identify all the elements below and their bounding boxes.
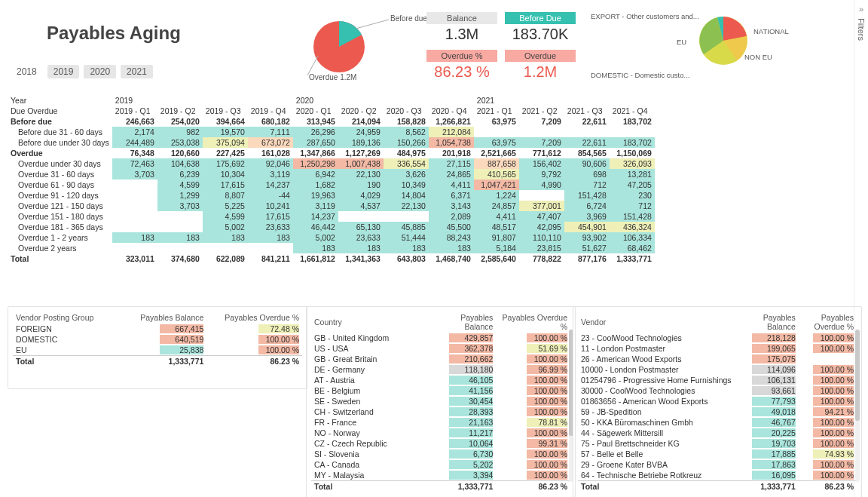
matrix-row-label: Before due	[8, 116, 112, 127]
pct-cell: 51.69 %	[496, 343, 570, 354]
col-quarter[interactable]: 2021 - Q4	[610, 106, 655, 116]
table-row[interactable]: DOMESTIC640,519100.00 %	[13, 334, 302, 345]
year-tab-2021[interactable]: 2021	[121, 65, 153, 78]
table-row[interactable]: 26 - American Wood Exports175,075	[578, 354, 857, 364]
matrix-cell: 254,020	[157, 116, 203, 127]
table-row[interactable]: BE - Belgium41,156100.00 %	[311, 385, 570, 396]
table-row[interactable]: 23 - CoolWood Technologies218,128100.00 …	[578, 333, 857, 343]
matrix-cell: 1,333,771	[610, 253, 655, 264]
col-year[interactable]: 2019	[112, 95, 293, 106]
matrix-row[interactable]: Total323,011374,680622,089841,2111,661,8…	[8, 253, 655, 264]
table-row[interactable]: 10000 - London Postmaster114,096100.00 %	[578, 364, 857, 375]
table-row[interactable]: 44 - Sägewerk Mittersill20,225100.00 %	[578, 428, 857, 438]
pct-cell: 100.00 %	[496, 333, 570, 343]
table-row[interactable]: 01254796 - Progressive Home Furnishings1…	[578, 375, 857, 385]
table-row[interactable]: EU25,838100.00 %	[13, 345, 302, 356]
col-header[interactable]: Country	[311, 311, 430, 333]
col-quarter[interactable]: 2019 - Q1	[112, 106, 157, 116]
table-row[interactable]: FR - France21,16378.81 %	[311, 417, 570, 428]
matrix-cell: 1,468,740	[429, 253, 474, 264]
year-tab-2018[interactable]: 2018	[11, 65, 43, 78]
table-row[interactable]: CH - Switzerland28,393100.00 %	[311, 406, 570, 417]
col-quarter[interactable]: 2020 - Q1	[293, 106, 338, 116]
col-quarter[interactable]: 2021 - Q3	[564, 106, 610, 116]
table-row[interactable]: 64 - Technische Betriebe Rotkreuz16,0951…	[578, 470, 857, 481]
table-row[interactable]: 01863656 - American Wood Exports77,79310…	[578, 396, 857, 406]
table-row[interactable]: SI - Slovenia6,730100.00 %	[311, 449, 570, 459]
matrix-row[interactable]: Overdue 121 - 150 days3,7035,22510,2413,…	[8, 201, 655, 211]
table-row[interactable]: 29 - Groene Kater BVBA17,863100.00 %	[578, 459, 857, 470]
col-quarter[interactable]: 2019 - Q3	[203, 106, 248, 116]
year-tab-2020[interactable]: 2020	[84, 65, 116, 78]
matrix-row[interactable]: Before due under 30 days244,489253,03837…	[8, 137, 655, 148]
table-row[interactable]: GB - Great Britain210,662100.00 %	[311, 354, 570, 364]
table-row[interactable]: MY - Malaysia3,394100.00 %	[311, 470, 570, 481]
col-header[interactable]: Vendor	[578, 311, 742, 333]
table-row[interactable]: AT - Austria46,105100.00 %	[311, 375, 570, 385]
table-row[interactable]: 57 - Belle et Belle17,88574.93 %	[578, 449, 857, 459]
table-row[interactable]: SE - Sweden30,454100.00 %	[311, 396, 570, 406]
panel-country[interactable]: CountryPayables BalancePayables Overdue …	[306, 306, 576, 497]
col-header[interactable]: Payables Balance	[124, 311, 206, 324]
matrix-cell	[610, 127, 655, 137]
table-row[interactable]: DE - Germany118,18096.99 %	[311, 364, 570, 375]
col-year[interactable]: 2020	[293, 95, 474, 106]
matrix-cell: 24,959	[338, 127, 384, 137]
col-quarter[interactable]: 2019 - Q4	[248, 106, 293, 116]
col-quarter[interactable]: 2021 - Q2	[519, 106, 564, 116]
table-row[interactable]: US - USA362,37851.69 %	[311, 343, 570, 354]
table-row[interactable]: CZ - Czech Republic10,06499.31 %	[311, 438, 570, 449]
matrix-row[interactable]: Overdue 61 - 90 days4,59917,61514,2371,6…	[8, 179, 655, 190]
col-header[interactable]: Vendor Posting Group	[13, 311, 124, 324]
matrix-cell: 24,865	[429, 169, 474, 179]
matrix-row[interactable]: Before due246,663254,020394,664680,18231…	[8, 116, 655, 127]
table-row[interactable]: 50 - KKA Büromaschinen Gmbh46,767100.00 …	[578, 417, 857, 428]
matrix-row[interactable]: Before due 31 - 60 days2,17498219,5707,1…	[8, 127, 655, 137]
matrix-row[interactable]: Overdue 31 - 60 days3,7036,23910,3043,11…	[8, 169, 655, 179]
col-quarter[interactable]: 2020 - Q2	[338, 106, 384, 116]
matrix-cell: 106,334	[610, 232, 655, 243]
col-header[interactable]: Payables Balance	[742, 311, 799, 333]
matrix-cell: 1,054,738	[429, 137, 474, 148]
aging-matrix[interactable]: Year201920202021Due Overdue2019 - Q12019…	[8, 95, 655, 264]
kpi-before-due: Before Due 183.70K	[505, 12, 576, 44]
col-quarter[interactable]: 2021 - Q1	[474, 106, 519, 116]
col-quarter[interactable]: 2020 - Q4	[429, 106, 474, 116]
table-row[interactable]: 11 - London Postmaster199,065100.00 %	[578, 343, 857, 354]
matrix-row[interactable]: Overdue 1 - 2 years1831831831835,00223,6…	[8, 232, 655, 243]
pie2-lbl-export: EXPORT - Other customers and...	[591, 12, 699, 20]
table-row[interactable]: CA - Canada5,202100.00 %	[311, 459, 570, 470]
matrix-cell: 323,011	[112, 253, 157, 264]
col-quarter[interactable]: 2020 - Q3	[384, 106, 429, 116]
col-header[interactable]: Payables Balance	[430, 311, 496, 333]
matrix-row[interactable]: Overdue 181 - 365 days5,00223,63346,4426…	[8, 222, 655, 232]
matrix-row-label: Total	[8, 253, 112, 264]
matrix-row[interactable]: Overdue 91 - 120 days1,2998,807-4419,963…	[8, 190, 655, 201]
row-label: NO - Norway	[311, 428, 430, 438]
year-tab-2019[interactable]: 2019	[47, 65, 80, 78]
table-row[interactable]: 75 - Paul Brettschneider KG19,703100.00 …	[578, 438, 857, 449]
col-year[interactable]: 2021	[474, 95, 655, 106]
matrix-cell	[112, 201, 157, 211]
table-row[interactable]: 59 - JB-Spedition49,01894.21 %	[578, 406, 857, 417]
table-row[interactable]: NO - Norway11,217100.00 %	[311, 428, 570, 438]
table-row[interactable]: GB - United Kingdom429,857100.00 %	[311, 333, 570, 343]
matrix-row[interactable]: Overdue 2 years1831831831835,18423,81551…	[8, 243, 655, 253]
matrix-cell: 1,224	[474, 190, 519, 201]
panel-vendor[interactable]: VendorPayables BalancePayables Overdue %…	[573, 306, 862, 497]
matrix-cell: 698	[564, 169, 610, 179]
col-header[interactable]: Payables Overdue %	[496, 311, 570, 333]
filters-expand-icon[interactable]	[859, 5, 863, 14]
table-row[interactable]: 30000 - CoolWood Technologies93,661100.0…	[578, 385, 857, 396]
matrix-row[interactable]: Overdue76,348120,660227,425161,0281,347,…	[8, 148, 655, 158]
col-header[interactable]: Payables Overdue %	[206, 311, 302, 324]
scrollbar[interactable]	[855, 330, 860, 482]
matrix-row[interactable]: Overdue 151 - 180 days4,59917,61514,2372…	[8, 211, 655, 222]
matrix-cell: 2,089	[429, 211, 474, 222]
panel-vendor-posting-group[interactable]: Vendor Posting GroupPayables BalancePaya…	[8, 306, 307, 389]
table-row[interactable]: FOREIGN667,41572.48 %	[13, 324, 302, 334]
col-header[interactable]: Payables Overdue %	[799, 311, 857, 333]
matrix-row[interactable]: Overdue under 30 days72,463104,638175,69…	[8, 158, 655, 169]
balance-cell: 41,156	[430, 385, 496, 396]
col-quarter[interactable]: 2019 - Q2	[157, 106, 203, 116]
